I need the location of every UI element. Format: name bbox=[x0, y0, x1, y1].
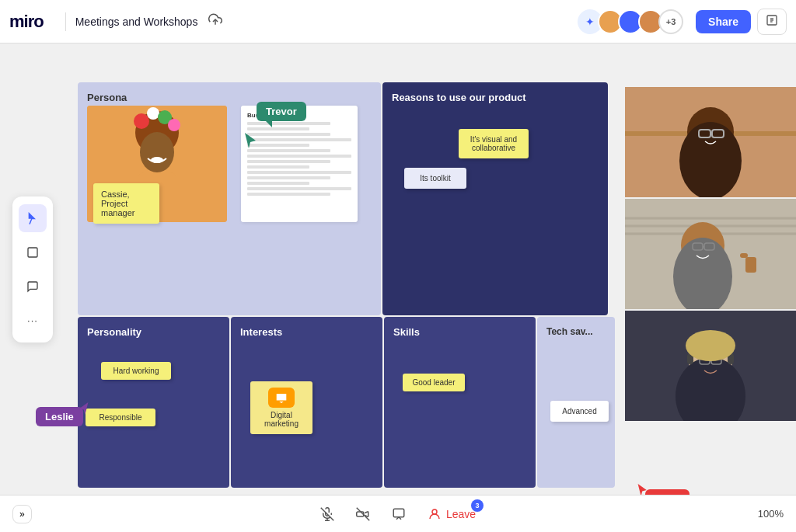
leave-badge: 3 bbox=[471, 499, 484, 512]
more-tools-button[interactable]: ··· bbox=[19, 307, 47, 335]
svg-point-14 bbox=[151, 157, 163, 163]
doc-line bbox=[247, 149, 330, 152]
svg-point-10 bbox=[147, 107, 159, 120]
cursor-label-trevor: Trevor bbox=[257, 102, 306, 121]
sticky-responsible: Responsible bbox=[86, 409, 155, 426]
board-content: Persona bbox=[78, 82, 606, 486]
cursor-label-leslie: Leslie bbox=[36, 407, 83, 426]
skills-label: Skills bbox=[393, 326, 526, 338]
svg-rect-36 bbox=[740, 253, 748, 258]
sticky-digital: Digital marketing bbox=[250, 381, 312, 434]
doc-line bbox=[247, 133, 330, 136]
doc-button[interactable] bbox=[757, 9, 787, 35]
topbar: miro Meetings and Workshops ✦ +3 Share bbox=[0, 0, 796, 43]
canvas: ··· Persona bbox=[0, 43, 796, 495]
doc-line bbox=[247, 155, 351, 158]
svg-point-8 bbox=[140, 132, 174, 172]
video-button[interactable] bbox=[351, 502, 375, 526]
bottombar: » 3 Leave 100% bbox=[0, 495, 796, 532]
collapse-button[interactable]: » bbox=[12, 505, 32, 523]
doc-lines bbox=[247, 122, 351, 196]
interests-label: Interests bbox=[240, 326, 373, 338]
mute-button[interactable] bbox=[316, 502, 339, 526]
sidebar: ··· bbox=[12, 196, 53, 342]
svg-point-9 bbox=[134, 113, 149, 129]
doc-line bbox=[247, 165, 309, 169]
cursor-leslie bbox=[78, 402, 89, 417]
skills-board: Skills bbox=[384, 317, 536, 488]
doc-line bbox=[247, 182, 309, 185]
leave-button-wrapper: 3 Leave bbox=[423, 502, 480, 526]
cursor-tool-button[interactable] bbox=[19, 204, 47, 232]
sticky-toolkit: Its toolkit bbox=[404, 168, 466, 189]
personality-label: Personality bbox=[87, 326, 220, 338]
doc-line bbox=[247, 122, 330, 125]
chat-icon bbox=[268, 388, 295, 408]
video-tile-3 bbox=[625, 311, 796, 421]
video-tile-2 bbox=[625, 199, 796, 309]
doc-line bbox=[247, 193, 330, 196]
miro-logo: miro bbox=[9, 12, 44, 32]
sticky-hardworking: Hard working bbox=[101, 362, 171, 380]
plus-badge[interactable]: +3 bbox=[658, 9, 683, 34]
avatar-stack: ✦ +3 bbox=[578, 9, 683, 34]
persona-board: Persona bbox=[78, 82, 381, 315]
sticky-tool-button[interactable] bbox=[19, 238, 47, 266]
reasons-label: Reasons to use our product bbox=[392, 92, 599, 103]
doc-line bbox=[247, 160, 330, 163]
sticky-cassie: Cassie, Project manager bbox=[93, 183, 159, 224]
divider bbox=[65, 12, 66, 31]
cursor-trevor bbox=[245, 133, 257, 152]
zoom-label: 100% bbox=[758, 508, 784, 520]
share-screen-button[interactable] bbox=[387, 502, 410, 526]
sticky-advanced: Advanced bbox=[550, 401, 609, 422]
board-title: Meetings and Workshops bbox=[75, 16, 198, 28]
doc-line bbox=[247, 176, 330, 179]
cursor-jules bbox=[637, 484, 648, 495]
doc-line bbox=[247, 127, 309, 130]
svg-rect-5 bbox=[28, 248, 37, 257]
svg-rect-51 bbox=[393, 509, 404, 517]
doc-line bbox=[247, 138, 351, 141]
personality-board: Personality bbox=[78, 317, 229, 488]
persona-label: Persona bbox=[87, 92, 372, 103]
topbar-right: ✦ +3 Share bbox=[578, 9, 787, 35]
document-card: Business research bbox=[241, 106, 358, 222]
techsav-label: Tech sav... bbox=[546, 326, 606, 337]
sticky-visual: It's visual and collaborative bbox=[459, 129, 529, 158]
svg-rect-35 bbox=[745, 257, 756, 273]
upload-button[interactable] bbox=[205, 9, 225, 33]
reasons-board: Reasons to use our product bbox=[382, 82, 608, 315]
sticky-leader: Good leader bbox=[403, 374, 465, 391]
comment-tool-button[interactable] bbox=[19, 273, 47, 301]
svg-point-12 bbox=[168, 119, 180, 131]
doc-line bbox=[247, 171, 351, 174]
leave-button[interactable]: 3 Leave bbox=[423, 502, 480, 526]
video-panel bbox=[625, 87, 796, 421]
video-tile-1 bbox=[625, 87, 796, 197]
svg-point-52 bbox=[432, 509, 437, 514]
svg-point-46 bbox=[686, 330, 735, 361]
doc-line bbox=[247, 187, 351, 190]
share-button[interactable]: Share bbox=[696, 10, 751, 33]
cursor-label-jules: Jules bbox=[645, 489, 690, 495]
